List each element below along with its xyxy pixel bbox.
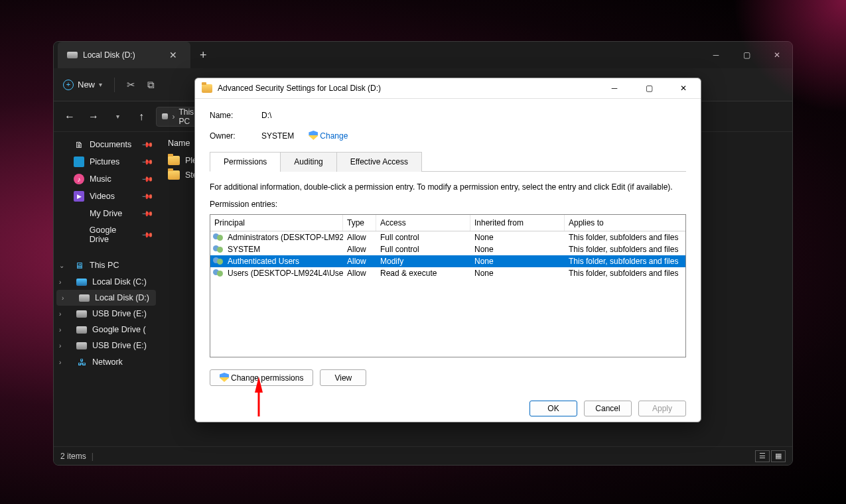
sidebar-network[interactable]: ›🖧Network bbox=[54, 353, 159, 371]
sidebar-item-documents[interactable]: 🗎Documents📌 bbox=[54, 136, 159, 153]
view-button[interactable]: View bbox=[320, 369, 366, 386]
sidebar-drive[interactable]: ›Local Disk (D:) bbox=[56, 290, 156, 306]
disk-icon bbox=[79, 294, 90, 302]
pin-icon: 📌 bbox=[141, 155, 153, 168]
forward-button[interactable]: → bbox=[84, 107, 103, 126]
shield-icon bbox=[309, 131, 318, 140]
tab-add-button[interactable]: + bbox=[200, 48, 207, 62]
name-row: Name: D:\ bbox=[210, 108, 686, 123]
thumbnails-view-button[interactable]: ▦ bbox=[771, 450, 786, 462]
new-button[interactable]: + New ▾ bbox=[63, 80, 102, 90]
chevron-right-icon: › bbox=[59, 342, 61, 349]
change-permissions-button[interactable]: Change permissions bbox=[210, 369, 313, 386]
minimize-button[interactable]: ─ bbox=[701, 42, 731, 68]
users-icon bbox=[213, 269, 225, 278]
tab-title: Local Disk (D:) bbox=[83, 50, 135, 60]
mus-icon: ♪ bbox=[74, 174, 84, 184]
disk-icon bbox=[67, 52, 78, 58]
folder-icon bbox=[168, 170, 180, 180]
recent-button[interactable]: ▾ bbox=[108, 107, 127, 126]
chevron-right-icon: › bbox=[59, 279, 61, 286]
pin-icon: 📌 bbox=[141, 172, 153, 185]
status-text: 2 items bbox=[60, 452, 86, 461]
grid-header: PrincipalTypeAccessInherited fromApplies… bbox=[210, 215, 685, 231]
explorer-tab[interactable]: Local Disk (D:) ✕ bbox=[58, 42, 190, 68]
sidebar-drive[interactable]: ›Local Disk (C:) bbox=[54, 274, 159, 290]
column-header[interactable]: Principal bbox=[210, 215, 343, 231]
tab-close-button[interactable]: ✕ bbox=[165, 48, 181, 62]
close-button[interactable]: ✕ bbox=[762, 42, 792, 68]
permission-row[interactable]: Administrators (DESKTOP-LM92…AllowFull c… bbox=[210, 231, 685, 243]
permissions-grid: PrincipalTypeAccessInherited fromApplies… bbox=[210, 214, 686, 357]
sidebar-this-pc[interactable]: ⌄🖥This PC bbox=[54, 257, 159, 274]
drv-icon bbox=[74, 208, 84, 219]
chevron-down-icon: ▾ bbox=[99, 81, 102, 88]
owner-row: Owner: SYSTEM Change bbox=[210, 128, 686, 143]
ok-button[interactable]: OK bbox=[529, 401, 577, 416]
sidebar-item-pictures[interactable]: Pictures📌 bbox=[54, 153, 159, 170]
pic-icon bbox=[74, 157, 84, 167]
tab-permissions[interactable]: Permissions bbox=[210, 152, 281, 172]
sidebar-item-my-drive[interactable]: My Drive📌 bbox=[54, 205, 159, 222]
chevron-right-icon: › bbox=[59, 326, 61, 334]
column-header[interactable]: Access bbox=[376, 215, 470, 231]
sidebar-drive[interactable]: ›USB Drive (E:) bbox=[54, 338, 159, 353]
disk-icon bbox=[76, 310, 87, 318]
window-controls: ─ ▢ ✕ bbox=[701, 42, 792, 68]
permission-row[interactable]: Authenticated UsersAllowModifyNoneThis f… bbox=[210, 255, 685, 267]
cancel-button[interactable]: Cancel bbox=[584, 401, 632, 416]
pin-icon: 📌 bbox=[141, 228, 153, 241]
shield-icon bbox=[220, 373, 229, 382]
maximize-button[interactable]: ▢ bbox=[731, 42, 762, 68]
separator bbox=[114, 78, 115, 92]
pin-icon: 📌 bbox=[141, 138, 153, 151]
tab-effective-access[interactable]: Effective Access bbox=[336, 152, 422, 172]
sidebar-item-google-drive[interactable]: Google Drive📌 bbox=[54, 222, 159, 247]
tab-auditing[interactable]: Auditing bbox=[280, 152, 336, 172]
security-dialog: Advanced Security Settings for Local Dis… bbox=[194, 78, 701, 422]
permission-row[interactable]: SYSTEMAllowFull controlNoneThis folder, … bbox=[210, 243, 685, 255]
sidebar-drive[interactable]: ›Google Drive ( bbox=[54, 322, 159, 338]
copy-icon[interactable]: ⧉ bbox=[147, 79, 155, 91]
dialog-title: Advanced Security Settings for Local Dis… bbox=[218, 84, 595, 93]
owner-value: SYSTEM bbox=[261, 131, 294, 141]
entries-label: Permission entries: bbox=[210, 198, 686, 209]
dialog-maximize-button[interactable]: ▢ bbox=[634, 78, 664, 98]
statusbar: 2 items | ☰ ▦ bbox=[54, 446, 792, 465]
sidebar-item-music[interactable]: ♪Music📌 bbox=[54, 170, 159, 188]
dialog-minimize-button[interactable]: ─ bbox=[600, 78, 629, 98]
permission-row[interactable]: Users (DESKTOP-LM924L4\Users)AllowRead &… bbox=[210, 267, 685, 279]
back-button[interactable]: ← bbox=[60, 107, 79, 126]
grid-body: Administrators (DESKTOP-LM92…AllowFull c… bbox=[210, 231, 685, 279]
drv-icon bbox=[74, 229, 84, 240]
dialog-tabs: PermissionsAuditingEffective Access bbox=[210, 151, 686, 172]
up-button[interactable]: ↑ bbox=[132, 107, 151, 126]
folder-icon bbox=[168, 156, 180, 165]
dialog-close-button[interactable]: ✕ bbox=[669, 78, 698, 98]
disk-icon bbox=[76, 279, 87, 286]
disk-icon bbox=[76, 342, 87, 349]
grid-buttons: Change permissions View bbox=[210, 363, 686, 386]
apply-button[interactable]: Apply bbox=[638, 401, 686, 416]
column-header[interactable]: Inherited from bbox=[470, 215, 565, 231]
disk-icon bbox=[76, 326, 87, 334]
change-owner-link[interactable]: Change bbox=[309, 131, 348, 141]
pin-icon: 📌 bbox=[141, 207, 153, 220]
chevron-right-icon: › bbox=[62, 294, 64, 302]
column-header[interactable]: Applies to bbox=[565, 215, 685, 231]
network-icon: 🖧 bbox=[76, 357, 87, 367]
chevron-down-icon: ⌄ bbox=[59, 262, 64, 269]
sidebar-item-videos[interactable]: ▶Videos📌 bbox=[54, 188, 159, 205]
doc-icon: 🗎 bbox=[74, 139, 84, 150]
users-icon bbox=[213, 257, 225, 266]
users-icon bbox=[213, 233, 225, 242]
column-header[interactable]: Type bbox=[343, 215, 376, 231]
pin-icon: 📌 bbox=[141, 190, 153, 202]
cut-icon[interactable]: ✂ bbox=[127, 79, 135, 91]
sidebar-drive[interactable]: ›USB Drive (E:) bbox=[54, 306, 159, 322]
plus-icon: + bbox=[63, 80, 74, 90]
new-label: New bbox=[78, 80, 95, 90]
chevron-right-icon: › bbox=[59, 359, 61, 366]
details-view-button[interactable]: ☰ bbox=[755, 450, 770, 462]
explorer-titlebar: Local Disk (D:) ✕ + ─ ▢ ✕ bbox=[54, 42, 792, 68]
